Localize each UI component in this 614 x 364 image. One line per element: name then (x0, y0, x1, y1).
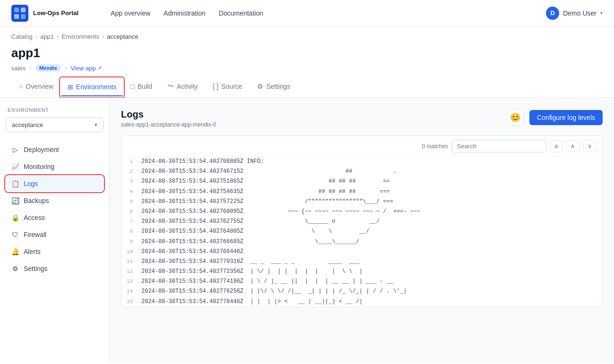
svg-rect-1 (14, 8, 19, 12)
logo[interactable]: Low-Ops Portal (11, 5, 78, 22)
log-line: 112024-08-30T15:53:54.402770316Z __ _ __… (121, 257, 602, 267)
sidebar-item-settings[interactable]: ⚙ Settings (6, 261, 104, 277)
line-content: 2024-08-30T15:53:54.402778446Z | | | |> … (139, 297, 602, 306)
line-number: 7 (121, 217, 139, 226)
line-number: 1 (121, 157, 139, 166)
search-input[interactable] (452, 140, 546, 152)
log-line: 52024-08-30T15:53:54.402757225Z /"""""""… (121, 197, 602, 207)
settings-icon-sidebar: ⚙ (11, 265, 19, 272)
env-select[interactable]: acceptance ▾ (6, 118, 104, 132)
header: Low-Ops Portal App overview Administrati… (0, 0, 614, 26)
emoji-button[interactable]: 😊 (507, 109, 524, 126)
line-content: 2024-08-30T15:53:54.402754635Z ## ## ## … (139, 187, 602, 196)
breadcrumb-environments[interactable]: Environments (61, 33, 99, 40)
line-content: 2024-08-30T15:53:54.402751865Z ## ## ## … (139, 177, 602, 186)
log-line: 82024-08-30T15:53:54.402764805Z \ \ __/ (121, 227, 602, 237)
filter-button[interactable]: ≡ (550, 140, 562, 152)
breadcrumb-catalog[interactable]: Catalog (11, 33, 33, 40)
svg-rect-0 (11, 5, 28, 22)
tab-overview-label: Overview (26, 83, 53, 90)
view-app-link[interactable]: View app ↗ (70, 65, 101, 72)
page-meta: sales • Mendix • View app ↗ (11, 64, 603, 72)
line-number: 11 (121, 257, 139, 266)
line-number: 4 (121, 187, 139, 196)
log-line: 92024-08-30T15:53:54.402766685Z \____\__… (121, 237, 602, 247)
mendix-badge: Mendix (35, 64, 61, 72)
tab-build[interactable]: □ Build (123, 77, 160, 97)
line-content: 2024-08-30T15:53:54.402760095Z ~~~ {~~ ~… (139, 207, 602, 216)
meta-dot2: • (65, 65, 67, 72)
tab-environments-label: Environments (76, 83, 117, 91)
logs-actions: 😊 Configure log levels (507, 109, 603, 126)
line-content: 2024-08-30T15:53:54.402774196Z | \ / |_ … (139, 277, 602, 286)
line-content: 2024-08-30T15:53:54.402762755Z \______ o… (139, 217, 602, 226)
svg-rect-4 (21, 14, 26, 19)
sidebar-firewall-label: Firewall (24, 231, 46, 238)
sidebar-item-alerts[interactable]: 🔔 Alerts (6, 244, 104, 260)
matches-label: 0 matches (422, 143, 448, 150)
line-number: 12 (121, 267, 139, 276)
sidebar-backups-label: Backups (24, 197, 49, 204)
log-line: 32024-08-30T15:53:54.402751865Z ## ## ##… (121, 177, 602, 186)
configure-log-levels-button[interactable]: Configure log levels (529, 110, 603, 125)
sidebar-item-firewall[interactable]: 🛡 Firewall (6, 227, 104, 243)
logs-title-area: Logs sales-app1-acceptance-app-mendix-0 (121, 109, 216, 128)
tab-build-label: Build (138, 83, 152, 90)
sidebar-deployment-label: Deployment (24, 146, 59, 153)
main-layout: ENVIRONMENT acceptance ▾ ▷ Deployment 📈 … (0, 98, 614, 363)
nav-documentation[interactable]: Documentation (213, 7, 269, 20)
logo-icon (11, 5, 28, 22)
sidebar-logs-label: Logs (24, 180, 38, 187)
breadcrumb-app1[interactable]: app1 (40, 33, 54, 40)
env-select-chevron: ▾ (95, 122, 97, 128)
sidebar-item-access[interactable]: 🔒 Access (6, 210, 104, 226)
sidebar-access-label: Access (24, 214, 45, 221)
overview-icon: ○ (19, 83, 23, 90)
line-content: 2024-08-30T15:53:54.402766685Z \____\___… (139, 237, 602, 246)
tab-source[interactable]: [ ] Source (205, 77, 250, 97)
log-lines-container[interactable]: 12024-08-30T15:53:54.402708885Z INFO:220… (121, 157, 602, 307)
sidebar-item-deployment[interactable]: ▷ Deployment (6, 142, 104, 158)
nav-down-button[interactable]: ∨ (583, 140, 597, 152)
log-line: 42024-08-30T15:53:54.402754635Z ## ## ##… (121, 187, 602, 197)
page-title-area: app1 sales • Mendix • View app ↗ (0, 43, 614, 72)
line-content: 2024-08-30T15:53:54.402776256Z | |\/ \ \… (139, 287, 602, 296)
sidebar-alerts-label: Alerts (24, 248, 41, 255)
log-line: 72024-08-30T15:53:54.402762755Z \______ … (121, 217, 602, 227)
alerts-icon: 🔔 (11, 248, 19, 255)
line-content: 2024-08-30T15:53:54.402772356Z | \/ | | … (139, 267, 602, 276)
line-content: 2024-08-30T15:53:54.4027467152 ## . (139, 167, 602, 176)
nav-up-button[interactable]: ∧ (566, 140, 579, 152)
svg-rect-2 (21, 8, 26, 12)
user-menu[interactable]: D Demo User ▾ (546, 7, 603, 20)
chevron-down-icon: ▾ (600, 10, 603, 16)
tab-settings[interactable]: ⚙ Settings (250, 77, 298, 97)
activity-icon: 〜 (167, 82, 174, 91)
env-label: ENVIRONMENT (6, 107, 104, 113)
logs-title: Logs (121, 109, 216, 120)
line-number: 15 (121, 297, 139, 306)
breadcrumb: Catalog › app1 › Environments › acceptan… (0, 26, 614, 43)
log-toolbar: 0 matches ≡ ∧ ∨ (121, 136, 602, 157)
tab-settings-label: Settings (266, 83, 290, 90)
external-link-icon: ↗ (97, 65, 102, 71)
tab-overview[interactable]: ○ Overview (11, 77, 61, 97)
avatar: D (546, 7, 559, 20)
sidebar-item-monitoring[interactable]: 📈 Monitoring (6, 159, 104, 175)
tab-activity[interactable]: 〜 Activity (160, 76, 205, 97)
line-number: 9 (121, 237, 139, 246)
log-line: 102024-08-30T15:53:54.402768446Z (121, 247, 602, 257)
line-content: 2024-08-30T15:53:54.402770316Z __ _ ___ … (139, 257, 602, 266)
tab-source-label: Source (221, 83, 242, 90)
log-viewer: 0 matches ≡ ∧ ∨ 12024-08-30T15:53:54.402… (121, 135, 603, 307)
nav-app-overview[interactable]: App overview (105, 7, 156, 20)
breadcrumb-sep-1: › (35, 33, 37, 40)
tab-environments[interactable]: ⊞ Environments (61, 78, 123, 96)
nav-administration[interactable]: Administration (158, 7, 211, 20)
sidebar-item-backups[interactable]: 🔄 Backups (6, 193, 104, 209)
env-select-value: acceptance (12, 121, 43, 128)
sidebar-item-logs[interactable]: 📋 Logs (6, 176, 104, 192)
breadcrumb-sep-3: › (102, 33, 104, 40)
line-number: 2 (121, 167, 139, 176)
view-app-label: View app (70, 65, 95, 72)
